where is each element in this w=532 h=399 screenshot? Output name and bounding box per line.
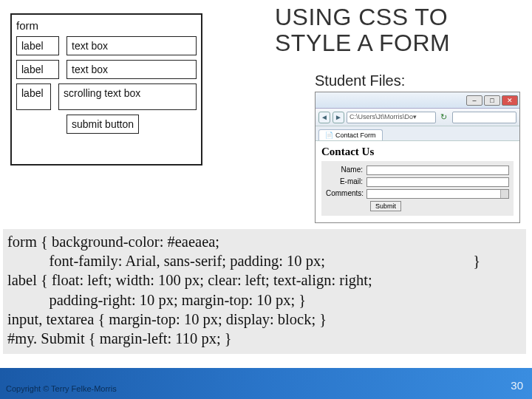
wire-row-4: submit button <box>16 115 197 134</box>
browser-window: – □ ✕ ◄ ► C:\Users\Jt\Morris\Do▾ ↻ 📄 Con… <box>315 92 520 223</box>
wire-label-1: label <box>16 36 59 55</box>
student-files-label: Student Files: <box>315 72 405 89</box>
wire-textbox-2: text box <box>66 60 197 79</box>
page-icon: 📄 <box>325 132 333 139</box>
code-line-4: padding-right: 10 px; margin-top: 10 px;… <box>7 290 306 310</box>
wire-row-3: label scrolling text box <box>16 83 197 110</box>
window-minimize-icon[interactable]: – <box>466 95 482 106</box>
email-input[interactable] <box>366 177 509 187</box>
form-row-email: E-mail: <box>326 177 509 187</box>
decorative-dots <box>285 355 522 365</box>
nav-forward-icon[interactable]: ► <box>332 112 344 123</box>
code-line-6: #my. Submit { margin-left: 110 px; } <box>7 329 232 348</box>
comments-textarea[interactable] <box>366 189 509 199</box>
title-line-2: STYLE A FORM <box>275 30 519 56</box>
wire-textbox-1: text box <box>66 36 197 55</box>
page-number: 30 <box>511 379 523 392</box>
form-row-comments: Comments: <box>326 189 509 199</box>
wire-label-3: label <box>16 83 51 110</box>
tab-title: Contact Form <box>335 132 376 139</box>
refresh-icon[interactable]: ↻ <box>438 112 450 123</box>
window-maximize-icon[interactable]: □ <box>484 95 500 106</box>
browser-tabbar: 📄 Contact Form <box>316 126 519 141</box>
nav-back-icon[interactable]: ◄ <box>318 112 330 123</box>
name-input[interactable] <box>366 166 509 175</box>
copyright-text: Copyright © Terry Felke-Morris <box>6 384 117 393</box>
title-line-1: USING CSS TO <box>275 4 519 30</box>
browser-toolbar: ◄ ► C:\Users\Jt\Morris\Do▾ ↻ <box>316 109 519 126</box>
wire-submit: submit button <box>66 115 139 134</box>
name-label: Name: <box>326 166 366 174</box>
code-line-2-brace: } <box>473 251 522 270</box>
page-content: Contact Us Name: E-mail: Comments: Submi… <box>316 141 519 220</box>
form-row-name: Name: <box>326 166 509 175</box>
wire-row-2: label text box <box>16 60 197 79</box>
form-wireframe: form label text box label text box label… <box>10 13 202 166</box>
code-line-3: label { float: left; width: 100 px; clea… <box>7 270 372 290</box>
css-code-block: form { background-color: #eaeaea; font-f… <box>3 229 526 354</box>
slide-title: USING CSS TO STYLE A FORM <box>275 4 519 56</box>
page-heading: Contact Us <box>321 146 514 158</box>
wire-label-2: label <box>16 60 59 79</box>
code-line-1: form { background-color: #eaeaea; <box>7 232 219 251</box>
submit-button[interactable]: Submit <box>370 201 401 211</box>
code-line-2a: font-family: Arial, sans-serif; padding:… <box>7 251 325 270</box>
code-line-5: input, textarea { margin-top: 10 px; dis… <box>7 310 327 329</box>
accent-bar <box>0 368 532 399</box>
search-bar[interactable] <box>452 112 516 123</box>
wireframe-caption: form <box>16 19 197 32</box>
contact-form: Name: E-mail: Comments: Submit <box>321 161 514 216</box>
window-close-icon[interactable]: ✕ <box>502 95 518 106</box>
wire-row-1: label text box <box>16 36 197 55</box>
browser-titlebar: – □ ✕ <box>316 92 519 109</box>
tab-contact-form[interactable]: 📄 Contact Form <box>318 129 383 140</box>
comments-label: Comments: <box>326 189 366 197</box>
slide: USING CSS TO STYLE A FORM Student Files:… <box>0 0 532 399</box>
email-label: E-mail: <box>326 177 366 185</box>
address-bar[interactable]: C:\Users\Jt\Morris\Do▾ <box>347 112 436 123</box>
wire-scrollbox: scrolling text box <box>58 83 197 110</box>
